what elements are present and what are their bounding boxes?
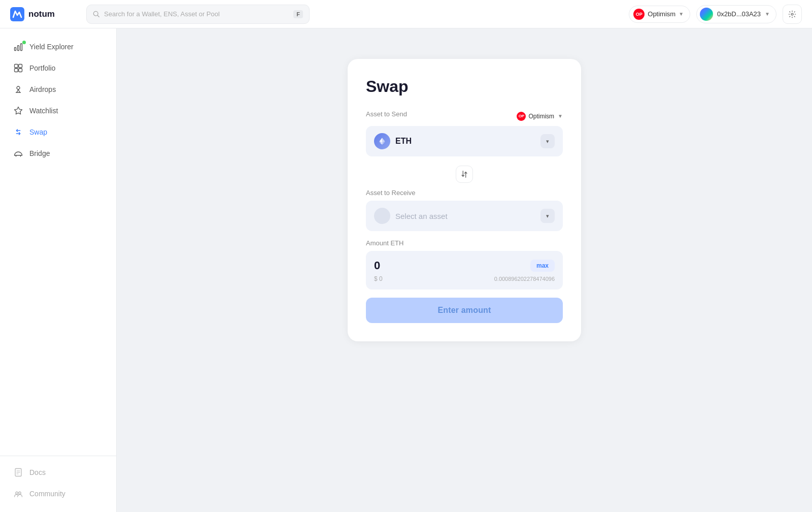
svg-rect-4 xyxy=(18,46,19,51)
send-asset-name: ETH xyxy=(395,137,412,146)
eth-icon xyxy=(374,133,390,149)
svg-point-2 xyxy=(791,13,793,15)
settings-button[interactable] xyxy=(783,5,802,24)
asset-send-label: Asset to Send xyxy=(366,110,407,118)
sidebar-bottom: Docs Community xyxy=(0,456,116,504)
amount-value: 0 xyxy=(374,259,380,272)
main-content: Swap Asset to Send OP Optimism ▼ xyxy=(117,28,812,512)
svg-rect-6 xyxy=(15,65,18,68)
network-tag[interactable]: OP Optimism ▼ xyxy=(517,112,563,121)
gear-icon xyxy=(788,10,796,18)
send-asset-dropdown[interactable]: ETH ▾ xyxy=(366,126,563,156)
logo-icon xyxy=(10,7,24,21)
asset-placeholder-icon xyxy=(374,208,390,224)
amount-box: 0 max $ 0 0.000896202278474096 xyxy=(366,251,563,290)
swap-direction-arrows xyxy=(366,161,563,188)
swap-title: Swap xyxy=(366,77,563,96)
svg-point-10 xyxy=(17,86,20,89)
receive-asset-chevron: ▾ xyxy=(540,209,555,223)
docs-icon xyxy=(13,467,23,477)
star-icon xyxy=(13,106,23,116)
bar-chart-icon xyxy=(13,42,23,52)
bridge-icon xyxy=(13,148,23,158)
wallet-selector[interactable]: 0x2bD...03A23 ▼ xyxy=(696,5,776,23)
chevron-down-icon: ▼ xyxy=(679,11,684,17)
sidebar-item-docs[interactable]: Docs xyxy=(6,462,110,483)
sidebar: Yield Explorer Portfolio xyxy=(0,28,117,512)
active-indicator xyxy=(22,41,26,44)
asset-receive-label: Asset to Receive xyxy=(366,189,563,197)
amount-label: Amount ETH xyxy=(366,239,563,247)
airdrop-icon xyxy=(13,84,23,94)
swap-icon xyxy=(13,127,23,137)
kbd-badge: F xyxy=(293,10,303,18)
svg-marker-11 xyxy=(15,107,22,114)
svg-rect-9 xyxy=(19,69,22,72)
wallet-avatar xyxy=(700,8,713,21)
sidebar-item-bridge[interactable]: Bridge xyxy=(6,143,110,164)
swap-card: Swap Asset to Send OP Optimism ▼ xyxy=(348,59,581,341)
main-layout: Yield Explorer Portfolio xyxy=(0,28,812,512)
swap-direction-button[interactable] xyxy=(456,166,473,183)
sidebar-item-swap[interactable]: Swap xyxy=(6,122,110,142)
chevron-down-icon: ▼ xyxy=(765,11,770,17)
search-input[interactable] xyxy=(104,10,289,18)
amount-usd: $ 0 xyxy=(374,275,383,282)
send-asset-chevron: ▾ xyxy=(540,134,555,148)
svg-rect-5 xyxy=(21,44,22,51)
receive-asset-dropdown[interactable]: Select an asset ▾ xyxy=(366,201,563,231)
svg-marker-22 xyxy=(379,138,382,143)
send-asset-left: ETH xyxy=(374,133,412,149)
asset-send-header: Asset to Send OP Optimism ▼ xyxy=(366,110,563,122)
search-bar[interactable]: F xyxy=(86,5,310,24)
op-network-icon: OP xyxy=(633,9,645,20)
network-selector[interactable]: OP Optimism ▼ xyxy=(629,6,690,23)
svg-point-19 xyxy=(16,492,18,494)
max-button[interactable]: max xyxy=(530,260,555,272)
sidebar-item-community[interactable]: Community xyxy=(6,484,110,504)
chevron-icon: ▼ xyxy=(558,113,563,119)
sidebar-item-yield-explorer[interactable]: Yield Explorer xyxy=(6,37,110,57)
nav-right: OP Optimism ▼ 0x2bD...03A23 ▼ xyxy=(629,5,802,24)
sidebar-item-watchlist[interactable]: Watchlist xyxy=(6,101,110,121)
optimism-icon: OP xyxy=(517,112,526,121)
search-icon xyxy=(93,11,100,18)
receive-asset-placeholder: Select an asset xyxy=(395,212,448,220)
swap-arrows-icon xyxy=(461,170,468,178)
svg-rect-7 xyxy=(19,65,22,68)
sidebar-nav: Yield Explorer Portfolio xyxy=(0,37,116,452)
receive-asset-left: Select an asset xyxy=(374,208,448,224)
sidebar-item-portfolio[interactable]: Portfolio xyxy=(6,58,110,78)
logo: notum xyxy=(10,7,71,21)
svg-rect-3 xyxy=(15,48,16,51)
sidebar-item-airdrops[interactable]: Airdrops xyxy=(6,79,110,100)
grid-icon xyxy=(13,63,23,73)
amount-top: 0 max xyxy=(374,259,555,272)
amount-section: Amount ETH 0 max $ 0 0.00089620227847409… xyxy=(366,239,563,290)
topnav: notum F OP Optimism ▼ 0x2bD...03A23 ▼ xyxy=(0,0,812,28)
svg-point-20 xyxy=(19,492,21,494)
svg-marker-21 xyxy=(382,138,385,143)
community-icon xyxy=(13,489,23,499)
amount-bottom: $ 0 0.000896202278474096 xyxy=(374,275,555,282)
amount-balance: 0.000896202278474096 xyxy=(494,276,555,282)
enter-amount-button[interactable]: Enter amount xyxy=(366,298,563,323)
svg-rect-8 xyxy=(15,69,18,72)
